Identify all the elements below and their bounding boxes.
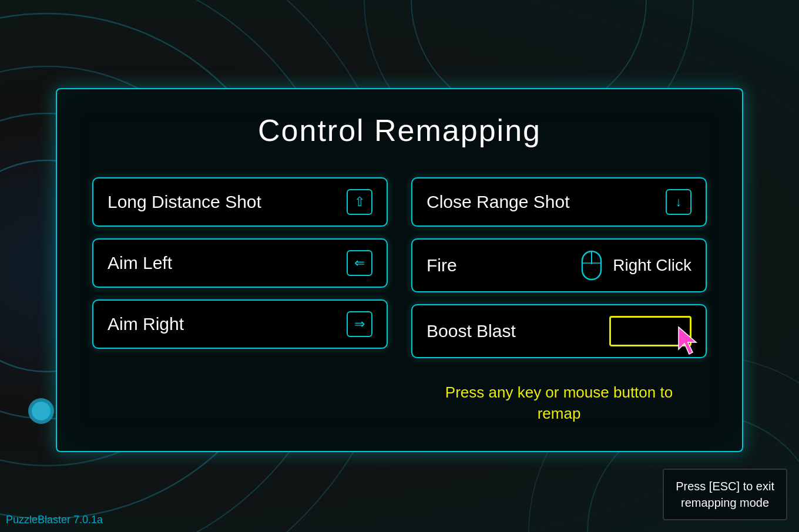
boost-blast-row[interactable]: Boost Blast (411, 304, 707, 358)
dialog-title: Control Remapping (57, 89, 742, 177)
esc-notice: Press [ESC] to exit remapping mode (663, 469, 787, 520)
long-distance-shot-row[interactable]: Long Distance Shot ⇧ (92, 177, 388, 227)
aim-right-label: Aim Right (108, 314, 184, 334)
remap-prompt: Press any key or mouse button to remap (411, 382, 707, 425)
fire-label: Fire (427, 255, 457, 275)
right-click-label: Right Click (613, 256, 691, 275)
fire-row[interactable]: Fire Right Click (411, 238, 707, 292)
aim-right-row[interactable]: Aim Right ⇒ (92, 299, 388, 349)
aim-right-key: ⇒ (347, 311, 372, 337)
right-arrow-icon: ⇒ (347, 311, 372, 337)
close-range-shot-label: Close Range Shot (427, 192, 570, 212)
svg-marker-15 (679, 327, 696, 354)
long-distance-shot-label: Long Distance Shot (108, 192, 261, 212)
down-arrow-icon: ↓ (666, 189, 691, 215)
fire-key: Right Click (581, 250, 691, 281)
aim-left-row[interactable]: Aim Left ⇐ (92, 238, 388, 288)
close-range-shot-row[interactable]: Close Range Shot ↓ (411, 177, 707, 227)
long-distance-shot-key: ⇧ (347, 189, 372, 215)
boost-blast-label: Boost Blast (427, 321, 516, 341)
mouse-icon (581, 250, 602, 281)
control-remapping-dialog: Control Remapping Long Distance Shot ⇧ A… (56, 88, 743, 452)
remap-prompt-line1: Press any key or mouse button to (445, 383, 673, 401)
right-column: Close Range Shot ↓ Fire Right Click (411, 177, 707, 425)
cursor-icon (674, 325, 703, 357)
control-columns: Long Distance Shot ⇧ Aim Left ⇐ Aim Righ… (57, 177, 742, 425)
esc-notice-line1: Press [ESC] to exit (676, 480, 774, 493)
close-range-shot-key: ↓ (666, 189, 691, 215)
aim-left-key: ⇐ (347, 250, 372, 276)
remap-prompt-line2: remap (538, 405, 581, 422)
aim-left-label: Aim Left (108, 253, 172, 273)
shift-up-icon: ⇧ (347, 189, 372, 215)
esc-notice-line2: remapping mode (681, 496, 769, 509)
left-arrow-icon: ⇐ (347, 250, 372, 276)
version-label: PuzzleBlaster 7.0.1a (6, 514, 103, 526)
boost-blast-remap-area (609, 316, 691, 346)
left-column: Long Distance Shot ⇧ Aim Left ⇐ Aim Righ… (92, 177, 388, 425)
